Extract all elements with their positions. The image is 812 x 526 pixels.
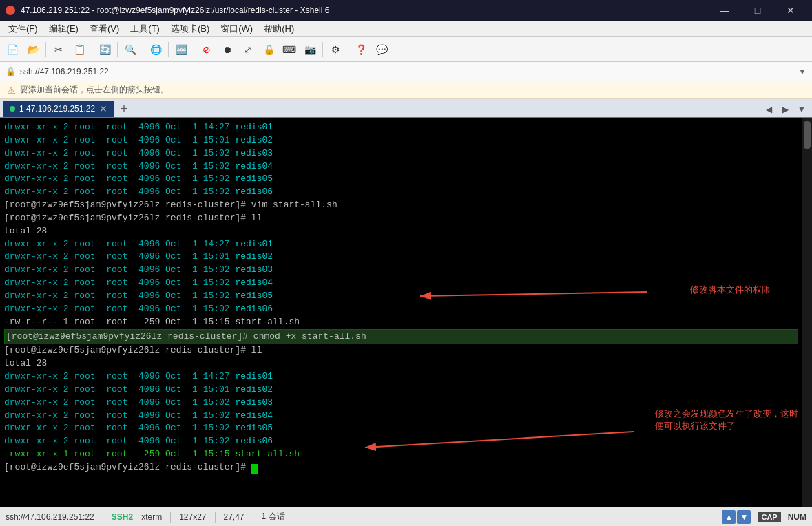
toolbar-cut[interactable]: ✂ xyxy=(49,40,68,59)
menu-file[interactable]: 文件(F) xyxy=(3,21,43,36)
toolbar-refresh[interactable]: 🔄 xyxy=(95,40,114,59)
terminal-line: drwxr-xr-x 2 root root 4096 Oct 1 15:02 … xyxy=(4,303,798,316)
terminal-line: drwxr-xr-x 2 root root 4096 Oct 1 15:02 … xyxy=(4,264,798,277)
toolbar-font[interactable]: 🔤 xyxy=(171,40,191,59)
terminal-line: drwxr-xr-x 2 root root 4096 Oct 1 15:02 … xyxy=(4,410,798,423)
toolbar-stop[interactable]: ⊘ xyxy=(197,40,216,59)
status-separator-4 xyxy=(253,512,253,523)
status-position: 27,47 xyxy=(224,512,244,522)
status-xterm: xterm xyxy=(141,512,162,522)
tab-next-button[interactable]: ▶ xyxy=(778,102,793,117)
info-text: 要添加当前会话，点击左侧的箭头按钮。 xyxy=(20,84,169,96)
terminal-line: total 28 xyxy=(4,225,798,238)
terminal-line: drwxr-xr-x 2 root root 4096 Oct 1 15:01 … xyxy=(4,251,798,264)
menu-edit[interactable]: 编辑(E) xyxy=(43,21,84,36)
toolbar-copy[interactable]: 📋 xyxy=(70,40,89,59)
toolbar-search[interactable]: 🔍 xyxy=(121,40,140,59)
tab-status-dot xyxy=(10,106,15,112)
terminal-line: [root@izwz9ef5sjam9pvfyiz26lz redis-clus… xyxy=(4,212,798,225)
tab-close-button[interactable]: ✕ xyxy=(99,103,107,114)
tab-prev-button[interactable]: ◀ xyxy=(761,102,776,117)
terminal-line: [root@izwz9ef5sjam9pvfyiz26lz redis-clus… xyxy=(4,344,798,357)
toolbar-open[interactable]: 📂 xyxy=(23,40,43,59)
menu-tools[interactable]: 工具(T) xyxy=(125,21,165,36)
toolbar-new[interactable]: 📄 xyxy=(3,40,22,59)
terminal[interactable]: drwxr-xr-x 2 root root 4096 Oct 1 14:27 … xyxy=(0,118,802,507)
terminal-line: [root@izwz9ef5sjam9pvfyiz26lz redis-clus… xyxy=(4,461,798,474)
menu-help[interactable]: 帮助(H) xyxy=(258,21,300,36)
status-separator-1 xyxy=(103,512,103,523)
terminal-line: drwxr-xr-x 2 root root 4096 Oct 1 14:27 … xyxy=(4,238,798,251)
scroll-arrows: ▲ ▼ xyxy=(722,510,751,524)
app-icon xyxy=(6,6,15,15)
terminal-line: drwxr-xr-x 2 root root 4096 Oct 1 15:02 … xyxy=(4,186,798,199)
toolbar-keyboard[interactable]: ⌨ xyxy=(280,40,299,59)
toolbar-separator-5 xyxy=(168,42,169,57)
status-separator-2 xyxy=(170,512,171,523)
address-bar: 🔒 ssh://47.106.219.251:22 ▼ xyxy=(0,62,812,81)
toolbar-separator-2 xyxy=(92,42,92,57)
toolbar-separator-8 xyxy=(348,42,348,57)
close-button[interactable]: ✕ xyxy=(775,0,806,21)
lock-icon: 🔒 xyxy=(6,67,16,76)
tab-bar: 1 47.106.219.251:22 ✕ + ◀ ▶ ▼ xyxy=(0,99,812,118)
menu-view[interactable]: 查看(V) xyxy=(84,21,125,36)
terminal-line: drwxr-xr-x 2 root root 4096 Oct 1 15:02 … xyxy=(4,397,798,410)
toolbar-chat[interactable]: 💬 xyxy=(372,40,391,59)
terminal-line: drwxr-xr-x 2 root root 4096 Oct 1 15:02 … xyxy=(4,160,798,173)
status-separator-3 xyxy=(215,512,216,523)
session-tab[interactable]: 1 47.106.219.251:22 ✕ xyxy=(3,101,114,117)
status-address: ssh://47.106.219.251:22 xyxy=(6,512,94,522)
terminal-line: drwxr-xr-x 2 root root 4096 Oct 1 15:01 … xyxy=(4,383,798,397)
maximize-button[interactable]: □ xyxy=(742,0,773,21)
menu-tabs[interactable]: 选项卡(B) xyxy=(165,21,215,36)
status-sessions: 1 会话 xyxy=(262,511,285,523)
info-icon: ⚠ xyxy=(7,85,16,96)
window-title: 47.106.219.251:22 - root@izwz9ef5sjam9pv… xyxy=(21,6,709,15)
toolbar-lock[interactable]: 🔒 xyxy=(259,40,278,59)
terminal-line: -rw-r--r-- 1 root root 259 Oct 1 15:15 s… xyxy=(4,316,798,329)
toolbar-separator-4 xyxy=(143,42,143,57)
toolbar-separator-6 xyxy=(194,42,194,57)
terminal-container: drwxr-xr-x 2 root root 4096 Oct 1 14:27 … xyxy=(0,118,812,507)
toolbar-record[interactable]: ⏺ xyxy=(218,40,237,59)
address-text: ssh://47.106.219.251:22 xyxy=(20,67,794,76)
terminal-line: total 28 xyxy=(4,357,798,370)
toolbar-separator-7 xyxy=(322,42,323,57)
cap-badge: CAP xyxy=(758,512,780,522)
terminal-line: -rwxr-xr-x 1 root root 259 Oct 1 15:15 s… xyxy=(4,448,798,461)
address-dropdown-icon[interactable]: ▼ xyxy=(798,67,806,76)
toolbar: 📄 📂 ✂ 📋 🔄 🔍 🌐 🔤 ⊘ ⏺ ⤢ 🔒 ⌨ 📷 ⚙ ❓ 💬 xyxy=(0,37,812,62)
status-ssh: SSH2 xyxy=(112,512,133,522)
num-badge: NUM xyxy=(788,512,806,522)
terminal-cursor xyxy=(251,464,258,474)
tab-menu-button[interactable]: ▼ xyxy=(794,102,809,117)
status-size: 127x27 xyxy=(179,512,206,522)
info-bar: ⚠ 要添加当前会话，点击左侧的箭头按钮。 xyxy=(0,81,812,99)
tab-navigation: ◀ ▶ ▼ xyxy=(761,102,809,117)
status-bar: ssh://47.106.219.251:22 SSH2 xterm 127x2… xyxy=(0,507,812,526)
terminal-line: drwxr-xr-x 2 root root 4096 Oct 1 15:02 … xyxy=(4,422,798,435)
scroll-down-button[interactable]: ▼ xyxy=(737,510,751,524)
scrollbar-vertical[interactable] xyxy=(802,118,812,507)
new-tab-button[interactable]: + xyxy=(116,101,132,117)
terminal-line: drwxr-xr-x 2 root root 4096 Oct 1 15:01 … xyxy=(4,134,798,147)
toolbar-separator-1 xyxy=(45,42,46,57)
menu-window[interactable]: 窗口(W) xyxy=(215,21,258,36)
window-controls: — □ ✕ xyxy=(709,0,806,21)
toolbar-screenshot[interactable]: 📷 xyxy=(300,40,320,59)
terminal-line: [root@izwz9ef5sjam9pvfyiz26lz redis-clus… xyxy=(4,329,798,345)
terminal-line: drwxr-xr-x 2 root root 4096 Oct 1 14:27 … xyxy=(4,370,798,383)
terminal-line: drwxr-xr-x 2 root root 4096 Oct 1 14:27 … xyxy=(4,121,798,134)
scroll-up-button[interactable]: ▲ xyxy=(722,510,736,524)
minimize-button[interactable]: — xyxy=(709,0,740,21)
terminal-line: drwxr-xr-x 2 root root 4096 Oct 1 15:02 … xyxy=(4,173,798,186)
toolbar-help[interactable]: ❓ xyxy=(351,40,371,59)
terminal-line: drwxr-xr-x 2 root root 4096 Oct 1 15:02 … xyxy=(4,435,798,448)
toolbar-separator-3 xyxy=(117,42,118,57)
toolbar-globe[interactable]: 🌐 xyxy=(146,40,165,59)
toolbar-expand[interactable]: ⤢ xyxy=(238,40,258,59)
scroll-thumb[interactable] xyxy=(804,121,811,149)
toolbar-settings-box[interactable]: ⚙ xyxy=(326,40,345,59)
terminal-line: drwxr-xr-x 2 root root 4096 Oct 1 15:02 … xyxy=(4,277,798,290)
